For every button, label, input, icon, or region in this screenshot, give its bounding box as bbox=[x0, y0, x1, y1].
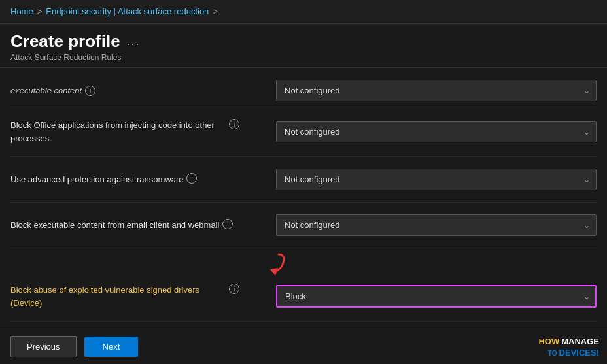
breadcrumb-section[interactable]: Endpoint security | Attack surface reduc… bbox=[46, 7, 209, 16]
breadcrumb-sep1: > bbox=[37, 7, 43, 16]
previous-button[interactable]: Previous bbox=[10, 336, 77, 357]
setting-label-ransomware: Use advanced protection against ransomwa… bbox=[10, 173, 197, 186]
more-options-button[interactable]: ... bbox=[127, 35, 141, 48]
setting-row-block-office: Block Office applications from injecting… bbox=[10, 107, 597, 157]
red-arrow-svg bbox=[256, 251, 288, 277]
page-header: Create profile ... Attack Surface Reduct… bbox=[0, 24, 607, 68]
svg-marker-0 bbox=[270, 268, 278, 276]
setting-label-text-email-content: Block executable content from email clie… bbox=[10, 219, 219, 232]
setting-label-text-block-office: Block Office applications from injecting… bbox=[10, 119, 226, 144]
info-icon-truncated[interactable]: i bbox=[85, 86, 95, 96]
next-button[interactable]: Next bbox=[84, 337, 139, 357]
watermark-how: HOW bbox=[538, 337, 559, 346]
watermark-devices: DEVICES! bbox=[559, 348, 599, 357]
dropdown-email-content[interactable]: Not configured Block Audit Warn Disable bbox=[276, 214, 597, 236]
breadcrumb-sep2: > bbox=[213, 7, 218, 16]
watermark-manage: MANAGE bbox=[561, 337, 599, 346]
dropdown-wrapper-ransomware: Not configured Block Audit Warn Disable … bbox=[276, 169, 597, 190]
truncated-dropdown[interactable]: Not configured Block Audit bbox=[276, 80, 597, 101]
page-subtitle: Attack Surface Reduction Rules bbox=[10, 53, 597, 62]
info-icon-email-content[interactable]: i bbox=[222, 219, 233, 229]
setting-label-text-ransomware: Use advanced protection against ransomwa… bbox=[10, 173, 183, 186]
main-content: executable content i Not configured Bloc… bbox=[0, 68, 607, 323]
info-icon-ransomware[interactable]: i bbox=[186, 173, 197, 184]
setting-label-text-vulnerable-drivers: Block abuse of exploited vulnerable sign… bbox=[10, 284, 226, 309]
truncated-dropdown-wrapper: Not configured Block Audit ⌄ bbox=[276, 80, 597, 101]
info-icon-block-office[interactable]: i bbox=[229, 119, 239, 129]
truncated-setting-row: executable content i Not configured Bloc… bbox=[10, 74, 597, 107]
setting-row-email-content: Block executable content from email clie… bbox=[10, 203, 597, 248]
dropdown-wrapper-block-office: Not configured Block Audit Warn Disable … bbox=[276, 121, 597, 142]
dropdown-wrapper-vulnerable-drivers: Not configured Block Audit Warn Disable … bbox=[276, 285, 597, 308]
watermark: HOW MANAGE TO DEVICES! bbox=[538, 337, 599, 359]
dropdown-block-office[interactable]: Not configured Block Audit Warn Disable bbox=[276, 121, 597, 142]
setting-label-vulnerable-drivers: Block abuse of exploited vulnerable sign… bbox=[10, 284, 239, 309]
setting-label-block-office: Block Office applications from injecting… bbox=[10, 119, 239, 144]
page-title: Create profile bbox=[10, 31, 120, 52]
footer: Previous Next bbox=[0, 329, 607, 364]
breadcrumb: Home > Endpoint security | Attack surfac… bbox=[0, 0, 607, 24]
info-icon-vulnerable-drivers[interactable]: i bbox=[229, 284, 239, 294]
breadcrumb-home[interactable]: Home bbox=[10, 7, 33, 16]
dropdown-vulnerable-drivers[interactable]: Not configured Block Audit Warn Disable bbox=[276, 285, 597, 308]
setting-row-ransomware: Use advanced protection against ransomwa… bbox=[10, 157, 597, 203]
watermark-to: TO bbox=[548, 350, 557, 357]
setting-label-email-content: Block executable content from email clie… bbox=[10, 219, 233, 232]
truncated-label: executable content i bbox=[10, 86, 95, 96]
dropdown-ransomware[interactable]: Not configured Block Audit Warn Disable bbox=[276, 169, 597, 190]
dropdown-wrapper-email-content: Not configured Block Audit Warn Disable … bbox=[276, 214, 597, 236]
truncated-label-text: executable content bbox=[10, 86, 82, 95]
setting-row-vulnerable-drivers: Block abuse of exploited vulnerable sign… bbox=[10, 272, 597, 322]
